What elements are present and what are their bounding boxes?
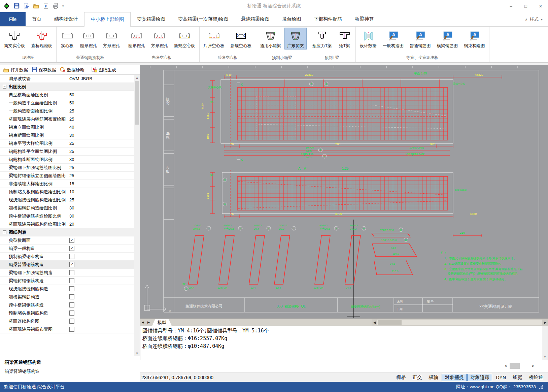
cmd-scroll-thumb[interactable] xyxy=(510,363,520,369)
ribbon-item[interactable]: 直桥现浇板 xyxy=(29,28,55,50)
checkbox[interactable] xyxy=(69,278,74,283)
ribbon-tab-3[interactable]: 中小桥上部绘图 xyxy=(84,12,131,27)
ribbon-tab-1[interactable]: 首页 xyxy=(26,12,48,26)
ribbon-item[interactable]: 通用小箱梁 xyxy=(258,28,284,50)
panel-toolbar-button[interactable]: 保存数据 xyxy=(30,66,58,74)
hscroll-left-icon[interactable]: ◀ xyxy=(372,321,377,324)
ribbon-tab-6[interactable]: 悬浇箱梁绘图 xyxy=(235,12,276,26)
panel-toolbar-button[interactable]: 打开数据 xyxy=(2,66,29,74)
status-toggle[interactable]: 对象捕捉 xyxy=(442,374,467,381)
ribbon-item[interactable]: 圆形挖孔 xyxy=(77,28,100,50)
status-toggle[interactable]: 线宽 xyxy=(510,374,525,381)
checkbox[interactable] xyxy=(69,327,74,332)
canvas-hscrollbar[interactable]: ◀ ▶ xyxy=(372,319,548,326)
ribbon-item[interactable]: 广东简支 xyxy=(284,28,307,50)
collapse-section-icon[interactable]: − xyxy=(3,85,6,89)
property-value[interactable] xyxy=(66,301,134,309)
ribbon-item[interactable]: 后张空心板 xyxy=(201,28,228,50)
ribbon-tab-9[interactable]: 桥梁神算 xyxy=(348,12,380,26)
property-value[interactable]: 25 xyxy=(66,115,134,123)
property-value[interactable]: 50 xyxy=(66,91,134,99)
checkbox[interactable] xyxy=(69,311,74,316)
ribbon-tab-4[interactable]: 变宽箱梁绘图 xyxy=(131,12,172,26)
scroll-down-icon[interactable]: ∨ xyxy=(134,350,140,356)
ribbon-item[interactable]: 设计数据 xyxy=(357,28,379,50)
property-value[interactable]: 30 xyxy=(66,204,134,212)
style-control[interactable]: ∧样式▾ xyxy=(525,12,548,26)
output-scroll-down-icon[interactable]: ∨ xyxy=(542,354,548,360)
collapse-section-icon[interactable]: − xyxy=(3,230,6,234)
ribbon-item[interactable]: 实心板 xyxy=(58,28,77,50)
app-logo-icon[interactable] xyxy=(3,2,11,10)
property-value[interactable] xyxy=(66,253,134,260)
maximize-button[interactable]: □ xyxy=(518,1,533,11)
status-toggle[interactable]: DYN xyxy=(493,374,509,381)
property-value[interactable]: ✓ xyxy=(66,261,134,268)
scroll-up-icon[interactable]: ∧ xyxy=(134,75,140,80)
ribbon-item[interactable]: 方形挖孔 xyxy=(148,28,171,50)
property-value[interactable]: 25 xyxy=(66,172,134,179)
property-value[interactable]: 25 xyxy=(66,164,134,171)
hscroll-thumb[interactable] xyxy=(378,320,402,325)
ribbon-item[interactable]: 圆形挖孔 xyxy=(126,28,148,50)
property-value[interactable]: 30 xyxy=(66,131,134,139)
panel-toolbar-button[interactable]: A图纸生成 xyxy=(90,66,117,74)
property-value[interactable]: 25 xyxy=(66,107,134,115)
checkbox[interactable]: ✓ xyxy=(69,246,74,251)
property-value[interactable] xyxy=(66,285,134,293)
hscroll-track[interactable] xyxy=(377,320,542,325)
ribbon-tab-7[interactable]: 墩台绘图 xyxy=(276,12,307,26)
close-button[interactable]: ✕ xyxy=(533,1,548,11)
status-toggle[interactable]: 桥绘通 xyxy=(526,374,546,381)
cad-canvas[interactable]: 7414965237968101校审复核设计支座中心线平面 1:85梁端中心线桥… xyxy=(140,65,548,318)
collapse-ribbon-icon[interactable]: ∧ xyxy=(525,18,527,21)
checkbox[interactable]: ✓ xyxy=(69,238,74,243)
minimize-button[interactable]: – xyxy=(504,1,518,11)
status-toggle[interactable]: 栅格 xyxy=(393,374,409,381)
cmd-scroll-right-icon[interactable]: > xyxy=(529,364,537,368)
panel-scrollbar[interactable]: ∧∨ xyxy=(134,75,140,356)
status-toggle[interactable]: 对象追踪 xyxy=(467,374,492,381)
property-value[interactable]: 25 xyxy=(66,148,134,155)
status-toggle[interactable]: 极轴 xyxy=(425,374,441,381)
style-dropdown-icon[interactable]: ▾ xyxy=(541,18,543,21)
tab-scroll-left-icon[interactable]: ◀ xyxy=(140,319,146,325)
property-value[interactable]: 30 xyxy=(66,212,134,220)
property-value[interactable]: 30 xyxy=(66,156,134,163)
checkbox[interactable] xyxy=(69,294,74,299)
property-value[interactable] xyxy=(66,309,134,317)
status-toggle[interactable]: 正交 xyxy=(409,374,425,381)
property-value[interactable]: ✓ xyxy=(66,244,134,252)
scroll-thumb[interactable] xyxy=(135,81,139,125)
ribbon-item[interactable]: A一般构造图 xyxy=(380,28,407,50)
open-folder-icon[interactable] xyxy=(33,2,40,10)
command-output[interactable]: 圆锚锚具型号：YM-4:16个;圆锚锚具型号：YM-5:16个桥面连续顺桥钢筋：… xyxy=(140,326,548,360)
panel-toolbar-button[interactable]: 数据诊断 xyxy=(59,66,86,74)
property-value[interactable] xyxy=(66,277,134,285)
property-value[interactable]: 25 xyxy=(66,196,134,204)
ribbon-item[interactable]: 方形挖孔 xyxy=(100,28,123,50)
checkbox[interactable] xyxy=(69,286,74,291)
checkbox[interactable] xyxy=(69,270,74,275)
tab-model[interactable]: 模型 xyxy=(152,319,172,326)
quick-access-more-icon[interactable]: ▾ xyxy=(62,4,64,8)
ribbon-tab-0[interactable]: File xyxy=(0,12,26,26)
cmd-scroll-left-icon[interactable]: < xyxy=(502,364,510,368)
ribbon-item[interactable]: 新规空心板 xyxy=(171,28,198,50)
property-value[interactable]: 20 xyxy=(66,220,134,228)
ribbon-item[interactable]: 简支实心板 xyxy=(1,28,28,50)
ribbon-tab-8[interactable]: 下部构件配筋 xyxy=(307,12,348,26)
property-value[interactable] xyxy=(66,325,134,333)
property-value[interactable]: 40 xyxy=(66,123,134,131)
property-value[interactable]: 25 xyxy=(66,139,134,147)
ribbon-item[interactable]: 矮T梁 xyxy=(335,28,354,50)
checkbox[interactable] xyxy=(69,319,74,324)
property-value[interactable]: ✓ xyxy=(66,236,134,244)
property-value[interactable]: 50 xyxy=(66,99,134,107)
property-value[interactable]: OVM-JBGB xyxy=(66,75,134,83)
property-value[interactable] xyxy=(66,293,134,301)
command-input-strip[interactable]: < > xyxy=(140,360,548,372)
hscroll-right-icon[interactable]: ▶ xyxy=(542,321,548,324)
command-hscrollbar[interactable]: < > xyxy=(502,363,537,369)
tab-scroll-right-icon[interactable]: ▶ xyxy=(146,319,151,325)
